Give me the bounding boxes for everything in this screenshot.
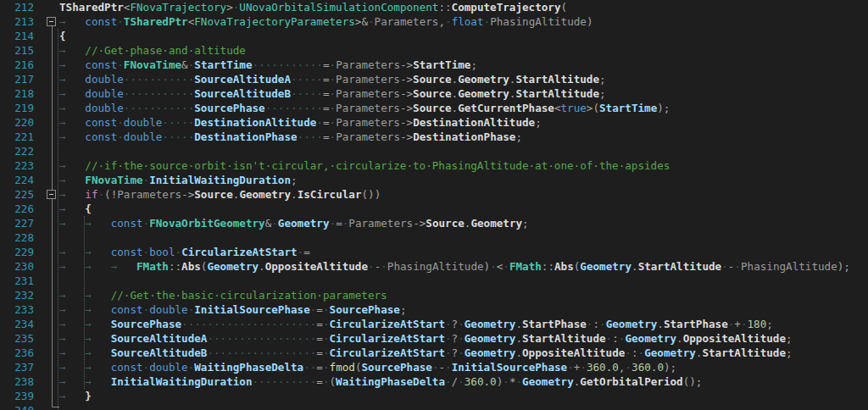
code-token: DestinationAltitude [413, 116, 535, 129]
code-line[interactable]: 230→ → → FMath::Abs(Geometry.OppositeAlt… [0, 259, 868, 274]
code-token: GetCurrentPhase [458, 102, 554, 114]
line-number[interactable]: 217 [0, 72, 34, 86]
whitespace-glyph: · [580, 361, 587, 374]
code-line[interactable]: 231 [0, 274, 868, 288]
code-line[interactable]: 213→ const·TSharedPtr<FNovaTrajectoryPar… [0, 14, 868, 29]
code-token: -> [400, 73, 413, 86]
code-line[interactable]: 220→ const·double·····DestinationAltitud… [0, 115, 868, 130]
code-line[interactable]: 212TSharedPtr<FNovaTrajectory>·UNovaOrbi… [0, 0, 868, 14]
code-text: → double···········SourcePhase·········=… [59, 101, 670, 115]
line-number[interactable]: 232 [0, 288, 34, 302]
code-token: SourcePhase [111, 318, 181, 330]
code-token: Geometry [458, 87, 509, 100]
whitespace-glyph: · [323, 332, 330, 345]
code-token: PhasingAltitude [490, 15, 587, 28]
line-number[interactable]: 239 [0, 389, 34, 403]
line-number[interactable]: 226 [0, 202, 34, 216]
whitespace-glyph: → [59, 390, 85, 402]
code-line[interactable]: 219→ double···········SourcePhase·······… [0, 101, 868, 115]
line-number[interactable]: 238 [0, 374, 34, 389]
code-line[interactable]: 234→ → SourcePhase·····················=… [0, 317, 868, 331]
line-number[interactable]: 228 [0, 230, 34, 245]
whitespace-glyph: ········· [265, 102, 323, 114]
line-number[interactable]: 237 [0, 360, 34, 374]
code-line[interactable]: 221→ const·double·····DestinationPhase··… [0, 130, 868, 144]
line-number[interactable]: 220 [0, 115, 34, 130]
code-line[interactable]: 214{ [0, 29, 868, 43]
code-line[interactable]: 225→ if·(!Parameters->Source.Geometry.Is… [0, 187, 868, 202]
code-line[interactable]: 239→ } [0, 389, 868, 403]
code-token: double [85, 73, 124, 86]
code-token: fmod [330, 361, 355, 374]
whitespace-glyph: → → [59, 361, 111, 374]
code-line[interactable]: 217→ double···········SourceAltitudeA···… [0, 72, 868, 86]
code-line[interactable]: 218→ double···········SourceAltitudeB···… [0, 86, 868, 101]
line-number[interactable]: 236 [0, 346, 34, 360]
code-line[interactable]: 237→ → const·double·WaitingPhaseDelta··=… [0, 360, 868, 374]
code-token: = [323, 130, 330, 143]
line-number[interactable]: 240 [0, 403, 34, 410]
line-number[interactable]: 233 [0, 302, 34, 317]
code-line[interactable]: 224→ FNovaTime·InitialWaitingDuration; [0, 173, 868, 187]
line-number[interactable]: 218 [0, 86, 34, 101]
code-line[interactable]: 215→ //·Get·phase·and·altitude [0, 43, 868, 58]
code-token: . [515, 318, 522, 330]
code-line[interactable]: 238→ → InitialWaitingDuration··········=… [0, 374, 868, 389]
code-line[interactable]: 236→ → SourceAltitudeB·················=… [0, 346, 868, 360]
whitespace-glyph: → [59, 116, 85, 129]
line-number[interactable]: 215 [0, 43, 34, 58]
code-line[interactable]: 229→ → const·bool·CircularizeAtStart·= [0, 245, 868, 259]
code-line[interactable]: 240 [0, 403, 868, 410]
fold-collapse-button[interactable] [47, 190, 56, 199]
code-text: → → //·Get·the·basic·circularization·par… [59, 288, 387, 302]
code-line[interactable]: 233→ → const·double·InitialSourcePhase·=… [0, 302, 868, 317]
line-number[interactable]: 229 [0, 245, 34, 259]
line-number[interactable]: 227 [0, 216, 34, 230]
code-token: Geometry [644, 346, 696, 359]
code-token: -> [413, 217, 426, 230]
code-line[interactable]: 226→ { [0, 202, 868, 216]
line-number[interactable]: 219 [0, 101, 34, 115]
code-token: . [676, 332, 683, 345]
code-token: ; [786, 346, 793, 359]
code-line[interactable]: 223→ //·if·the·source·orbit·isn't·circul… [0, 158, 868, 173]
code-line[interactable]: 228 [0, 230, 868, 245]
code-token: -> [400, 130, 413, 143]
code-token: if [85, 188, 97, 201]
code-token: ; [470, 58, 477, 71]
code-token: (! [104, 188, 117, 201]
code-token: = [323, 116, 330, 129]
code-line[interactable]: 235→ → SourceAltitudeA·················=… [0, 331, 868, 346]
whitespace-glyph: ··········· [124, 102, 194, 114]
code-line[interactable]: 232→ → //·Get·the·basic·circularization·… [0, 288, 868, 302]
code-token: Geometry [470, 217, 522, 230]
line-number[interactable]: 213 [0, 14, 34, 29]
line-number[interactable]: 214 [0, 29, 34, 43]
line-number[interactable]: 231 [0, 274, 34, 288]
fold-collapse-button[interactable] [47, 17, 56, 26]
line-number[interactable]: 216 [0, 58, 34, 72]
code-line[interactable]: 222 [0, 144, 868, 158]
line-number[interactable]: 230 [0, 259, 34, 274]
code-line[interactable]: 216→ const·FNovaTime&·StartTime·········… [0, 58, 868, 72]
whitespace-glyph: → [59, 188, 85, 201]
whitespace-glyph: · [445, 15, 452, 28]
code-token: StartPhase [522, 318, 587, 330]
code-token: = [323, 87, 330, 100]
whitespace-glyph: · [330, 73, 337, 86]
code-token: FNovaTrajectory [130, 1, 226, 14]
whitespace-glyph: · [323, 375, 330, 388]
code-line[interactable]: 227→ → const·FNovaOrbitGeometry&·Geometr… [0, 216, 868, 230]
code-text: → } [59, 389, 92, 403]
line-number[interactable]: 222 [0, 144, 34, 158]
line-number[interactable]: 224 [0, 173, 34, 187]
code-token: FNovaTime [85, 174, 142, 186]
line-number[interactable]: 221 [0, 130, 34, 144]
line-number[interactable]: 223 [0, 158, 34, 173]
line-number[interactable]: 235 [0, 331, 34, 346]
code-text: → → const·double·WaitingPhaseDelta··=·fm… [59, 360, 676, 374]
line-number[interactable]: 212 [0, 0, 34, 14]
line-number[interactable]: 234 [0, 317, 34, 331]
whitespace-glyph: · [445, 318, 452, 330]
line-number[interactable]: 225 [0, 187, 34, 202]
